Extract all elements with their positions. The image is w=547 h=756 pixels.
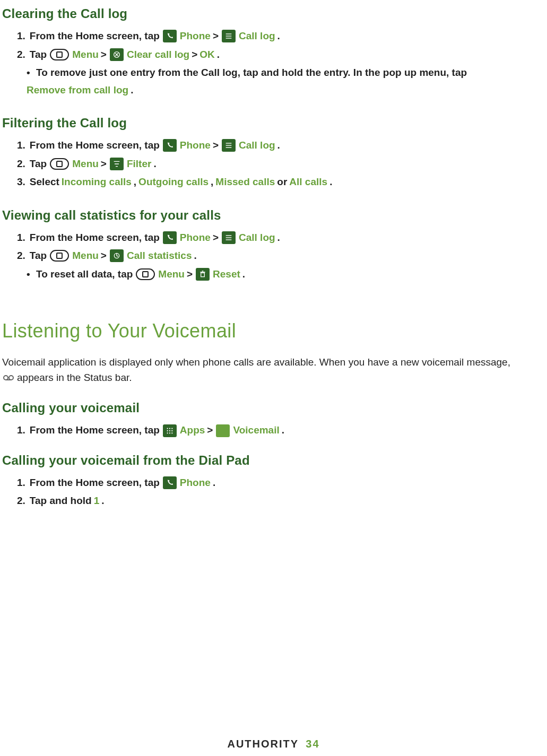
phone-label: Phone — [180, 138, 211, 153]
filtering-step-3: 3. Select Incoming calls , Outgoing call… — [17, 175, 545, 190]
svg-rect-8 — [226, 237, 232, 238]
list-icon — [222, 30, 236, 42]
missed-calls-label: Missed calls — [215, 175, 275, 190]
remove-from-call-log-label: Remove from call log — [27, 83, 128, 98]
period: . — [213, 475, 215, 491]
call-statistics-icon — [110, 249, 124, 262]
step-number: 2. — [17, 493, 25, 509]
menu-label: Menu — [72, 47, 99, 63]
incoming-calls-label: Incoming calls — [62, 175, 132, 190]
step-text: Tap — [30, 157, 47, 172]
period: . — [277, 138, 280, 153]
svg-rect-0 — [226, 34, 232, 34]
step-number: 2. — [17, 157, 25, 172]
period: . — [153, 157, 156, 172]
clearing-step-2: 2. Tap Menu > Clear call log > OK . — [17, 47, 545, 63]
section-title-filtering: Filtering the Call log — [2, 114, 545, 133]
voicemail-intro-after: appears in the Status bar. — [17, 370, 132, 386]
phone-icon — [163, 476, 177, 489]
comma: , — [211, 175, 213, 190]
menu-label: Menu — [72, 157, 99, 172]
stats-step-2: 2. Tap Menu > Call statistics . — [17, 248, 545, 264]
trash-icon — [196, 268, 210, 281]
call-statistics-label: Call statistics — [127, 248, 192, 264]
chevron: > — [192, 47, 197, 63]
voicemail-label: Voicemail — [233, 423, 279, 438]
menu-label: Menu — [72, 248, 99, 264]
step-number: 1. — [17, 138, 25, 153]
or-text: or — [277, 175, 287, 190]
svg-rect-4 — [226, 143, 232, 144]
step-text: Tap — [30, 47, 47, 63]
svg-point-12 — [4, 376, 8, 380]
voicemail-app-icon — [216, 424, 230, 437]
svg-rect-6 — [226, 147, 232, 148]
clearing-step-1: 1. From the Home screen, tap Phone > Cal… — [17, 29, 545, 44]
step-number: 1. — [17, 29, 25, 44]
svg-rect-2 — [226, 38, 232, 39]
stats-bullet: • To reset all data, tap Menu > Reset . — [27, 267, 545, 282]
stats-step-1: 1. From the Home screen, tap Phone > Cal… — [17, 230, 545, 246]
step-text: From the Home screen, tap — [30, 138, 160, 153]
period: . — [131, 83, 133, 98]
page-footer: AUTHORITY 34 — [0, 736, 547, 752]
all-calls-label: All calls — [289, 175, 327, 190]
step-text: Tap — [30, 248, 47, 264]
call-log-label: Call log — [239, 29, 275, 44]
svg-point-13 — [9, 376, 13, 380]
chevron: > — [187, 267, 193, 282]
calling-voicemail-step-1: 1. From the Home screen, tap Apps > Voic… — [17, 423, 545, 438]
outgoing-calls-label: Outgoing calls — [138, 175, 209, 190]
menu-icon — [50, 250, 69, 262]
voicemail-intro-before: Voicemail application is displayed only … — [2, 357, 510, 368]
menu-icon — [50, 158, 69, 170]
bullet-text: To remove just one entry from the Call l… — [36, 65, 467, 81]
period: . — [194, 248, 196, 264]
step-number: 2. — [17, 47, 25, 63]
comma: , — [134, 175, 136, 190]
footer-page-number: 34 — [306, 738, 319, 750]
step-text: From the Home screen, tap — [30, 29, 160, 44]
bullet-text: To reset all data, tap — [36, 267, 133, 282]
section-title-calling-voicemail: Calling your voicemail — [2, 398, 545, 418]
voicemail-status-icon — [3, 374, 14, 381]
dialpad-step-1: 1. From the Home screen, tap Phone . — [17, 475, 545, 491]
svg-rect-21 — [169, 432, 170, 433]
period: . — [329, 175, 332, 190]
chevron: > — [207, 423, 213, 438]
period: . — [277, 29, 280, 44]
step-number: 1. — [17, 423, 25, 438]
step-text: From the Home screen, tap — [30, 475, 160, 491]
filtering-step-2: 2. Tap Menu > Filter . — [17, 157, 545, 172]
menu-icon — [136, 268, 155, 280]
svg-rect-17 — [167, 430, 168, 431]
voicemail-intro: Voicemail application is displayed only … — [2, 355, 545, 386]
phone-label: Phone — [180, 475, 211, 491]
section-title-statistics: Viewing call statistics for your calls — [2, 206, 545, 225]
bullet-dot: • — [27, 267, 31, 282]
svg-rect-16 — [171, 428, 172, 429]
menu-label: Menu — [158, 267, 185, 282]
svg-rect-18 — [169, 430, 170, 431]
step-text: From the Home screen, tap — [30, 230, 160, 246]
step-text: From the Home screen, tap — [30, 423, 160, 438]
svg-rect-7 — [226, 235, 232, 236]
filter-label: Filter — [127, 157, 151, 172]
phone-icon — [163, 30, 177, 42]
reset-label: Reset — [213, 267, 240, 282]
svg-rect-20 — [167, 432, 168, 433]
period: . — [282, 423, 284, 438]
chevron: > — [101, 157, 107, 172]
step-number: 1. — [17, 475, 25, 491]
section-title-voicemail: Listening to Your Voicemail — [2, 317, 545, 345]
phone-icon — [163, 231, 177, 244]
svg-rect-5 — [226, 145, 232, 146]
chevron: > — [101, 47, 107, 63]
svg-rect-9 — [226, 239, 232, 240]
svg-rect-19 — [171, 430, 172, 431]
page-content: Clearing the Call log 1. From the Home s… — [0, 4, 547, 509]
step-number: 1. — [17, 230, 25, 246]
clearing-bullet: • To remove just one entry from the Call… — [27, 65, 545, 98]
filtering-step-1: 1. From the Home screen, tap Phone > Cal… — [17, 138, 545, 153]
menu-icon — [50, 49, 69, 60]
